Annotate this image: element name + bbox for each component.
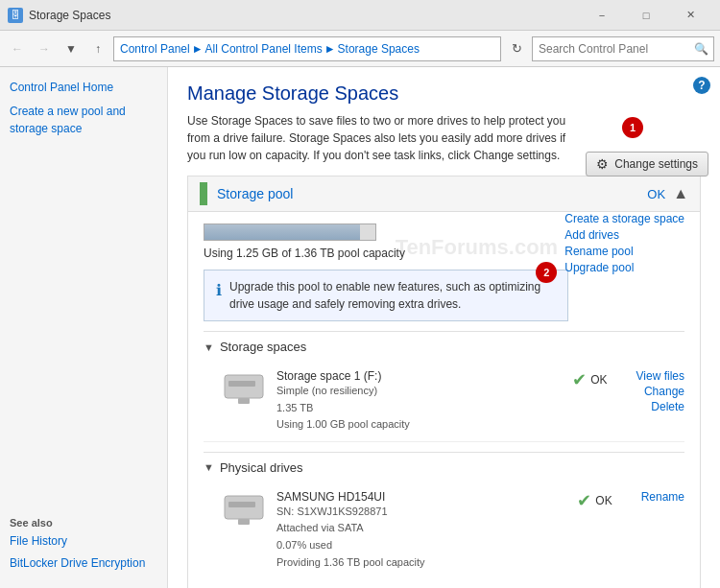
pool-header: Storage pool OK ▲ — [188, 176, 700, 212]
path-current[interactable]: Storage Spaces — [338, 42, 420, 56]
storage-space-item: Storage space 1 (F:) Simple (no resilien… — [204, 362, 684, 442]
content-area: ? 1 Manage Storage Spaces Use Storage Sp… — [168, 67, 720, 588]
pool-status[interactable]: OK — [647, 187, 665, 201]
addressbar: ← → ▼ ↑ Control Panel ► All Control Pane… — [0, 31, 720, 67]
forward-button[interactable]: → — [33, 37, 56, 60]
svg-rect-5 — [238, 519, 250, 525]
search-box[interactable]: 🔍 — [532, 36, 714, 61]
sidebar-item-create-pool[interactable]: Create a new pool and storage space — [10, 103, 157, 137]
pool-progress-fill — [204, 224, 360, 240]
drive-icon — [223, 373, 265, 406]
pool-collapse-button[interactable]: ▲ — [673, 185, 688, 202]
physical-drive-connection: Attached via SATA — [276, 520, 558, 537]
storage-spaces-title: Storage spaces — [220, 340, 306, 354]
physical-drive-status-container: ✔ OK — [577, 490, 612, 511]
storage-space-size: 1.35 TB — [276, 400, 553, 417]
storage-pool-panel: Storage pool OK ▲ 2 Create a storage spa… — [187, 176, 701, 588]
physical-drive-usage: 0.07% used — [276, 537, 558, 554]
upgrade-pool-link[interactable]: Upgrade pool — [564, 261, 684, 274]
physical-drive-pool: Providing 1.36 TB pool capacity — [276, 554, 558, 572]
storage-spaces-chevron: ▼ — [204, 341, 214, 353]
physical-drive-check-icon: ✔ — [577, 490, 591, 511]
storage-space-name: Storage space 1 (F:) — [276, 369, 553, 383]
path-middle[interactable]: All Control Panel Items — [205, 42, 323, 56]
pool-upgrade-notice: ℹ Upgrade this pool to enable new featur… — [204, 270, 568, 321]
sidebar-file-history[interactable]: File History — [10, 532, 157, 551]
titlebar-controls: − □ ✕ — [580, 0, 712, 31]
path-root[interactable]: Control Panel — [120, 42, 190, 56]
main-layout: Control Panel Home Create a new pool and… — [0, 67, 720, 588]
storage-space-type: Simple (no resiliency) — [276, 383, 553, 400]
app-icon: 🗄 — [8, 8, 23, 23]
pool-progress-bar — [204, 223, 376, 241]
storage-space-details: Storage space 1 (F:) Simple (no resilien… — [276, 369, 553, 434]
address-path[interactable]: Control Panel ► All Control Panel Items … — [113, 36, 501, 61]
drive-icon-container — [223, 373, 265, 409]
view-files-link[interactable]: View files — [636, 369, 684, 383]
pool-title[interactable]: Storage pool — [217, 186, 647, 201]
refresh-button[interactable]: ↻ — [505, 37, 528, 60]
physical-drives-title: Physical drives — [220, 460, 303, 475]
see-also-title: See also — [10, 517, 157, 529]
svg-rect-1 — [228, 381, 255, 387]
physical-drive-item: SAMSUNG HD154UI SN: S1XWJ1KS928871 Attac… — [204, 482, 684, 578]
maximize-button[interactable]: □ — [624, 0, 668, 31]
pool-body: 2 Create a storage space Add drives Rena… — [188, 212, 700, 588]
change-settings-button[interactable]: ⚙ Change settings — [586, 152, 708, 176]
physical-drive-icon-container — [223, 494, 265, 529]
storage-space-used: Using 1.00 GB pool capacity — [276, 416, 553, 434]
recent-button[interactable]: ▼ — [60, 37, 83, 60]
up-button[interactable]: ↑ — [86, 37, 109, 60]
physical-drive-details: SAMSUNG HD154UI SN: S1XWJ1KS928871 Attac… — [276, 490, 558, 571]
help-icon[interactable]: ? — [693, 77, 710, 94]
pool-color-bar — [200, 182, 207, 205]
close-button[interactable]: ✕ — [668, 0, 712, 31]
titlebar-title: Storage Spaces — [29, 9, 580, 22]
sidebar-item-control-panel-home[interactable]: Control Panel Home — [10, 79, 157, 97]
upgrade-notice-text: Upgrade this pool to enable new features… — [229, 278, 556, 313]
physical-drive-name: SAMSUNG HD154UI — [276, 490, 558, 504]
svg-rect-2 — [238, 398, 250, 404]
sidebar: Control Panel Home Create a new pool and… — [0, 67, 168, 588]
page-title: Manage Storage Spaces — [187, 82, 701, 105]
sidebar-top: Control Panel Home Create a new pool and… — [10, 79, 157, 141]
info-icon: ℹ — [216, 279, 222, 313]
search-icon: 🔍 — [688, 36, 713, 61]
titlebar: 🗄 Storage Spaces − □ ✕ — [0, 0, 720, 31]
status-check-icon: ✔ — [572, 369, 587, 390]
add-drives-link[interactable]: Add drives — [564, 228, 684, 242]
storage-space-status: OK — [590, 373, 607, 387]
minimize-button[interactable]: − — [580, 0, 624, 31]
search-input[interactable] — [533, 42, 688, 56]
page-description: Use Storage Spaces to save files to two … — [187, 112, 571, 164]
physical-drives-section-header[interactable]: ▼ Physical drives — [204, 452, 684, 482]
physical-drive-links: Rename — [641, 490, 684, 504]
storage-spaces-section-header[interactable]: ▼ Storage spaces — [204, 331, 684, 362]
sidebar-bitlocker[interactable]: BitLocker Drive Encryption — [10, 554, 157, 573]
create-storage-space-link[interactable]: Create a storage space — [564, 212, 684, 225]
badge-1: 1 — [622, 117, 643, 138]
pool-actions: 2 Create a storage space Add drives Rena… — [564, 212, 684, 274]
physical-drive-icon — [223, 494, 265, 527]
change-link[interactable]: Change — [636, 385, 684, 398]
settings-icon: ⚙ — [596, 156, 609, 172]
svg-rect-4 — [228, 502, 255, 507]
change-settings-label: Change settings — [614, 157, 698, 171]
storage-space-status-container: ✔ OK — [572, 369, 607, 390]
physical-drive-status: OK — [595, 494, 612, 507]
sidebar-bottom: See also File History BitLocker Drive En… — [10, 507, 157, 576]
rename-drive-link[interactable]: Rename — [641, 490, 684, 504]
physical-drives-chevron: ▼ — [204, 461, 214, 473]
rename-pool-link[interactable]: Rename pool — [564, 245, 684, 258]
delete-link[interactable]: Delete — [636, 400, 684, 413]
back-button[interactable]: ← — [6, 37, 29, 60]
physical-drive-serial: SN: S1XWJ1KS928871 — [276, 504, 558, 521]
storage-space-links: View files Change Delete — [636, 369, 684, 413]
